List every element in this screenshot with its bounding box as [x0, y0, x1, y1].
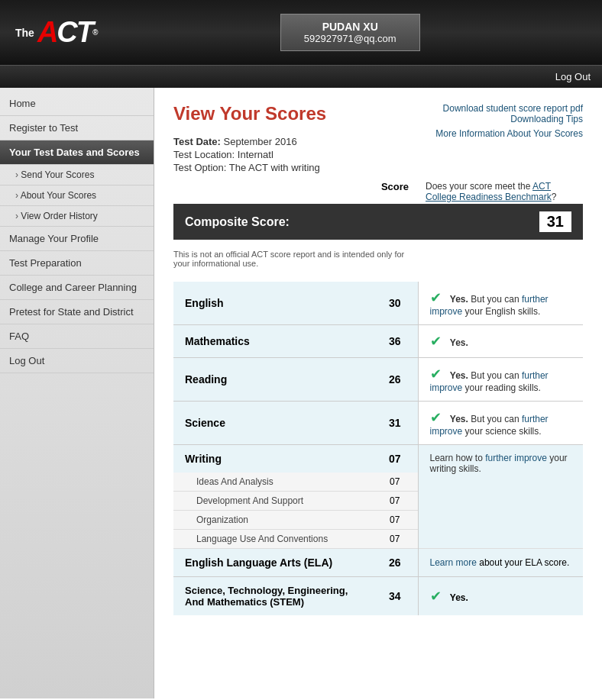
table-row: Mathematics 36 ✔ Yes.: [173, 325, 583, 358]
writing-sub2-cell: Development And Support: [173, 492, 372, 511]
english-but: But you can: [471, 294, 522, 305]
table-row: English 30 ✔ Yes. But you can further im…: [173, 282, 583, 325]
logo-tm: ®: [92, 28, 98, 37]
writing-subject-cell: Writing: [173, 445, 372, 473]
ela-learn-link[interactable]: Learn more: [430, 557, 477, 568]
header: The ACT ® PUDAN XU 592927971@qq.com: [0, 0, 602, 65]
table-row: Science 31 ✔ Yes. But you can further im…: [173, 402, 583, 445]
disclaimer-text: This is not an official ACT score report…: [173, 244, 418, 274]
test-date-value: September 2016: [224, 136, 297, 147]
sidebar-item-register[interactable]: Register to Test: [0, 116, 154, 140]
test-date-label: Test Date:: [173, 136, 221, 147]
sidebar: Home Register to Test Your Test Dates an…: [0, 88, 154, 698]
science-yes: Yes.: [450, 414, 468, 424]
test-location-line: Test Location: Internatl: [173, 149, 583, 160]
sidebar-subitem-order-history[interactable]: View Order History: [0, 206, 154, 227]
score-header-row: Score Does your score meet the ACT Colle…: [173, 181, 583, 202]
sidebar-subitem-send-scores[interactable]: Send Your Scores: [0, 165, 154, 185]
stem-yes: Yes.: [450, 592, 468, 603]
science-feedback-cell: ✔ Yes. But you can further improve your …: [418, 402, 583, 445]
math-yes: Yes.: [450, 337, 468, 348]
top-links: Download student score report pdf Downlo…: [435, 103, 583, 139]
test-info: Test Date: September 2016 Test Location:…: [173, 136, 583, 173]
sidebar-item-faq[interactable]: FAQ: [0, 324, 154, 349]
science-end: your science skills.: [465, 426, 542, 437]
sidebar-item-test-prep[interactable]: Test Preparation: [0, 251, 154, 276]
english-yes: Yes.: [450, 294, 468, 305]
stem-subject-cell: Science, Technology, Engineering, And Ma…: [173, 577, 372, 616]
logout-area: Log Out: [0, 65, 602, 88]
math-score-cell: 36: [372, 325, 418, 358]
benchmark-end: ?: [552, 192, 557, 202]
user-email: 592927971@qq.com: [304, 33, 396, 44]
score-header-spacer: [173, 181, 372, 202]
top-section: Download student score report pdf Downlo…: [173, 103, 583, 181]
benchmark-text: Does your score meet the: [426, 181, 532, 192]
downloading-tips-link[interactable]: Downloading Tips: [435, 114, 583, 124]
test-location-label: Test Location:: [173, 149, 235, 160]
reading-check-icon: ✔: [430, 366, 442, 382]
english-check-icon: ✔: [430, 290, 442, 305]
science-score-cell: 31: [372, 402, 418, 445]
logo-a: A: [37, 16, 57, 48]
writing-sub3-score: 07: [372, 511, 418, 530]
composite-score-value: 31: [539, 211, 571, 232]
user-info-panel: PUDAN XU 592927971@qq.com: [280, 14, 420, 51]
benchmark-header: Does your score meet the ACT College Rea…: [418, 181, 583, 202]
test-location-value: Internatl: [238, 149, 273, 160]
more-info-link[interactable]: More Information About Your Scores: [435, 128, 583, 139]
writing-sub1-cell: Ideas And Analysis: [173, 473, 372, 492]
main-layout: Home Register to Test Your Test Dates an…: [0, 88, 602, 698]
logo-ct: CT: [57, 16, 92, 48]
reading-end: your reading skills.: [465, 382, 541, 393]
math-subject-cell: Mathematics: [173, 325, 372, 358]
logo-act: ACT: [37, 16, 92, 49]
reading-yes: Yes.: [450, 370, 468, 381]
test-option-label: Test Option:: [173, 162, 226, 173]
writing-score-cell: 07: [372, 445, 418, 473]
reading-feedback-cell: ✔ Yes. But you can further improve your …: [418, 358, 583, 402]
user-name: PUDAN XU: [304, 21, 396, 33]
reading-subject-cell: Reading: [173, 358, 372, 402]
math-check-icon: ✔: [430, 334, 442, 349]
math-feedback-cell: ✔ Yes.: [418, 325, 583, 358]
writing-improve-link[interactable]: further improve: [485, 453, 547, 463]
logout-button[interactable]: Log Out: [555, 71, 591, 82]
score-column-header: Score: [372, 181, 418, 202]
english-feedback-cell: ✔ Yes. But you can further improve your …: [418, 282, 583, 325]
sidebar-item-logout[interactable]: Log Out: [0, 349, 154, 373]
table-row: Writing 07 Learn how to further improve …: [173, 445, 583, 473]
writing-feedback-prefix: Learn how to: [430, 453, 486, 463]
table-row: English Language Arts (ELA) 26 Learn mor…: [173, 549, 583, 577]
science-but: But you can: [471, 414, 522, 424]
stem-feedback-cell: ✔ Yes.: [418, 577, 583, 616]
download-report-link[interactable]: Download student score report pdf: [435, 103, 583, 114]
sidebar-item-manage-profile[interactable]: Manage Your Profile: [0, 227, 154, 251]
english-end: your English skills.: [465, 306, 541, 317]
sidebar-item-home[interactable]: Home: [0, 92, 154, 116]
writing-sub4-score: 07: [372, 530, 418, 549]
writing-sub4-cell: Language Use And Conventions: [173, 530, 372, 549]
reading-but: But you can: [471, 370, 522, 381]
sidebar-subitem-about-scores[interactable]: About Your Scores: [0, 185, 154, 206]
ela-feedback-suffix: about your ELA score.: [479, 557, 569, 568]
content-wrapper: Download student score report pdf Downlo…: [173, 103, 583, 615]
reading-score-cell: 26: [372, 358, 418, 402]
science-subject-cell: Science: [173, 402, 372, 445]
ela-score-cell: 26: [372, 549, 418, 577]
sidebar-item-college-career[interactable]: College and Career Planning: [0, 276, 154, 300]
writing-feedback-cell: Learn how to further improve your writin…: [418, 445, 583, 549]
composite-label: Composite Score:: [185, 215, 539, 229]
writing-sub1-score: 07: [372, 473, 418, 492]
stem-check-icon: ✔: [430, 589, 442, 604]
writing-sub2-score: 07: [372, 492, 418, 511]
sidebar-item-test-dates[interactable]: Your Test Dates and Scores: [0, 140, 154, 165]
composite-score-row: Composite Score: 31: [173, 204, 583, 240]
content-area: Download student score report pdf Downlo…: [154, 88, 602, 698]
table-row: Reading 26 ✔ Yes. But you can further im…: [173, 358, 583, 402]
test-option-value: The ACT with writing: [229, 162, 320, 173]
scores-table: English 30 ✔ Yes. But you can further im…: [173, 282, 583, 615]
science-check-icon: ✔: [430, 410, 442, 425]
sidebar-item-pretest[interactable]: Pretest for State and District: [0, 300, 154, 324]
test-option-line: Test Option: The ACT with writing: [173, 162, 583, 173]
